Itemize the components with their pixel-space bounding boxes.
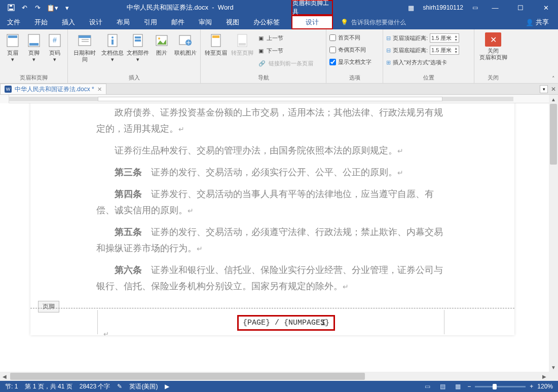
link-previous-button[interactable]: 🔗链接到前一条页眉 (256, 58, 315, 69)
status-section[interactable]: 节: 1 (5, 382, 18, 391)
status-word-count[interactable]: 28423 个字 (80, 382, 110, 391)
svg-rect-6 (29, 43, 39, 46)
hscroll-thumb[interactable] (10, 373, 365, 380)
svg-rect-17 (135, 36, 141, 38)
document-tab[interactable]: W 中华人民共和国证券法.docx * ✕ (0, 84, 106, 94)
tab-dropdown-button[interactable]: ▾ (540, 85, 548, 93)
minimize-button[interactable]: ― (487, 2, 503, 14)
qat-customize-button[interactable]: ▾ (61, 2, 73, 14)
online-picture-button[interactable]: 联机图片 (173, 31, 197, 56)
menu-bar: 文件 开始 插入 设计 布局 引用 邮件 审阅 视图 办公标签 设计 💡 告诉我… (0, 15, 558, 29)
zoom-slider[interactable] (475, 386, 526, 387)
document-area: ⌐ 政府债券、证券投资基金份额的上市交易，适用本法；其他法律、行政法规另有规定的… (0, 95, 558, 381)
spellcheck-icon[interactable]: ✎ (117, 383, 122, 390)
document-canvas[interactable]: 政府债券、证券投资基金份额的上市交易，适用本法；其他法律、行政法规另有规定的，适… (0, 103, 549, 372)
footer-region-label: 页脚 (38, 301, 59, 312)
page-number-button[interactable]: # 页码▾ (45, 31, 64, 63)
status-language[interactable]: 英语(美国) (129, 382, 158, 391)
close-doc-button[interactable]: ✕ (551, 86, 556, 93)
tab-header-footer-design[interactable]: 设计 (291, 15, 333, 29)
tab-home[interactable]: 开始 (27, 15, 55, 29)
quick-access-toolbar: ↶ ↷ 📋▾ ▾ (0, 2, 73, 14)
docinfo-button[interactable]: 文档信息▾ (100, 31, 124, 63)
page-number-icon: # (47, 32, 63, 49)
ribbon-group-options: 首页不同 奇偶页不同 显示文档文字 选项 (326, 29, 383, 83)
ribbon-group-position: ⊟ 页眉顶端距离: 1.5 厘米▲▼ ⊟ 页眉底端距离: 1.5 厘米▲▼ ⊞ … (383, 29, 474, 83)
tell-me-search[interactable]: 💡 告诉我你想要做什么 (341, 15, 406, 29)
scroll-left-button[interactable]: ◀ (0, 372, 9, 381)
undo-button[interactable]: ↶ (18, 2, 30, 14)
tab-office-tabs[interactable]: 办公标签 (246, 15, 287, 29)
redo-button[interactable]: ↷ (31, 2, 44, 14)
picture-icon (154, 32, 170, 49)
user-name: shirh19910112 (423, 4, 463, 11)
scroll-down-button[interactable]: ▼ (549, 363, 558, 372)
quickparts-button[interactable]: 文档部件▾ (126, 31, 150, 63)
calendar-icon (77, 32, 93, 49)
zoom-out-button[interactable]: − (467, 383, 471, 390)
svg-rect-1 (9, 9, 13, 10)
different-first-page-checkbox[interactable]: 首页不同 (329, 32, 371, 43)
tab-insert[interactable]: 插入 (55, 15, 82, 29)
ribbon-group-header-footer: 页眉▾ 页脚▾ # 页码▾ 页眉和页脚 (0, 29, 68, 83)
status-page[interactable]: 第 1 页，共 41 页 (25, 382, 72, 391)
close-window-button[interactable]: ✕ (538, 2, 554, 14)
scroll-up-button[interactable]: ▲ (549, 95, 558, 104)
header-button[interactable]: 页眉▾ (3, 31, 22, 63)
goto-footer-button[interactable]: 转至页脚 (230, 31, 254, 56)
close-tab-button[interactable]: ✕ (97, 86, 102, 93)
vertical-scrollbar[interactable]: ▲ ▼ (549, 95, 558, 372)
page-number-field-code[interactable]: {PAGE} / {NUMPAGES} (243, 319, 329, 327)
insert-alignment-tab-button[interactable]: ⊞ 插入"对齐方式"选项卡 (386, 57, 459, 68)
ribbon-group-close: ✕ 关闭 页眉和页脚 关闭 (474, 29, 512, 83)
svg-rect-2 (10, 5, 12, 7)
svg-point-14 (111, 36, 114, 38)
footer-button[interactable]: 页脚▾ (24, 31, 44, 63)
touch-mode-button[interactable]: 📋▾ (45, 2, 60, 14)
view-read-mode-button[interactable]: ▭ (422, 382, 433, 391)
header-distance-label: 页眉顶端距离: (393, 34, 428, 42)
next-section-button[interactable]: ▣下一节 (256, 45, 315, 56)
tab-view[interactable]: 视图 (219, 15, 246, 29)
status-bar: 节: 1 第 1 页，共 41 页 28423 个字 ✎ 英语(美国) ▶ ▭ … (0, 381, 558, 392)
vscroll-thumb[interactable] (550, 104, 557, 165)
zoom-slider-thumb[interactable] (493, 384, 497, 389)
datetime-button[interactable]: 日期和时间 (71, 31, 98, 63)
svg-rect-18 (135, 40, 141, 42)
save-button[interactable] (5, 2, 17, 14)
horizontal-ruler[interactable]: ⌐ (0, 95, 558, 103)
ruler-icon: ⊟ (386, 47, 391, 54)
picture-button[interactable]: 图片 (152, 31, 172, 56)
tab-design[interactable]: 设计 (82, 15, 109, 29)
close-icon: ✕ (485, 32, 501, 47)
collapse-ribbon-button[interactable]: ˄ (552, 75, 555, 82)
group-label-nav: 导航 (204, 74, 323, 83)
svg-rect-15 (111, 40, 114, 45)
scroll-right-button[interactable]: ▶ (540, 372, 549, 381)
goto-header-icon (208, 32, 224, 49)
ribbon-group-insert: 日期和时间 文档信息▾ 文档部件▾ 图片 联机图片 插入 (68, 29, 201, 83)
tab-file[interactable]: 文件 (0, 15, 27, 29)
maximize-button[interactable]: ☐ (512, 2, 529, 14)
prev-section-button[interactable]: ▣上一节 (256, 32, 315, 44)
share-button[interactable]: 👤 共享 (526, 15, 549, 29)
show-document-text-checkbox[interactable]: 显示文档文字 (329, 57, 371, 67)
macro-icon[interactable]: ▶ (165, 383, 169, 390)
close-header-footer-button[interactable]: ✕ 关闭 页眉和页脚 (478, 31, 508, 61)
goto-header-button[interactable]: 转至页眉 (204, 31, 228, 56)
tab-layout[interactable]: 布局 (109, 15, 137, 29)
tab-review[interactable]: 审阅 (192, 15, 219, 29)
title-bar: ↶ ↷ 📋▾ ▾ 中华人民共和国证券法.docx - Word 页眉和页脚工具 … (0, 0, 558, 15)
horizontal-scrollbar[interactable]: ◀ ▶ (0, 372, 549, 381)
footer-distance-input[interactable]: 1.5 厘米▲▼ (430, 46, 459, 55)
different-odd-even-checkbox[interactable]: 奇偶页不同 (329, 45, 371, 55)
tab-mailings[interactable]: 邮件 (164, 15, 192, 29)
zoom-level[interactable]: 120% (537, 383, 553, 390)
header-distance-input[interactable]: 1.5 厘米▲▼ (430, 33, 459, 43)
view-print-layout-button[interactable]: ▤ (437, 382, 448, 391)
view-web-layout-button[interactable]: ▦ (452, 382, 463, 391)
window-title: 中华人民共和国证券法.docx - Word (127, 3, 234, 12)
zoom-in-button[interactable]: + (530, 383, 533, 390)
tab-references[interactable]: 引用 (137, 15, 164, 29)
ribbon-display-icon[interactable]: ▭ (472, 4, 478, 11)
